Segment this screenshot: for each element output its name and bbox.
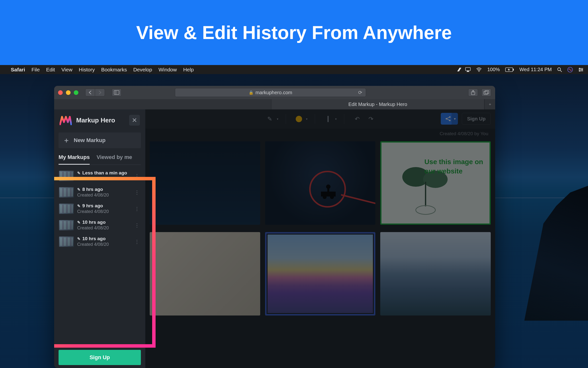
- markup-created: Created 4/08/20: [77, 193, 130, 198]
- chevron-down-icon[interactable]: ▾: [335, 117, 337, 121]
- tool-color-button[interactable]: [293, 113, 305, 125]
- app-sidebar: Markup Hero ✕ ＋ New Markup My Markups Vi…: [54, 109, 145, 368]
- menu-help[interactable]: Help: [183, 67, 194, 73]
- header-signup-button[interactable]: Sign Up: [462, 113, 491, 125]
- markup-hero-menubar-icon[interactable]: ⁄⁄⁄⁄: [458, 66, 460, 73]
- new-markup-button[interactable]: ＋ New Markup: [59, 132, 141, 148]
- new-tab-button[interactable]: ＋: [484, 99, 495, 109]
- tab-edit-markup[interactable]: Edit Markup - Markup Hero: [271, 99, 484, 109]
- markup-hero-app: Markup Hero ✕ ＋ New Markup My Markups Vi…: [54, 109, 495, 368]
- menu-bookmarks[interactable]: Bookmarks: [101, 67, 127, 73]
- markup-created: Created 4/08/20: [77, 176, 130, 181]
- svg-rect-4: [513, 69, 514, 71]
- airplay-icon[interactable]: [465, 67, 471, 72]
- svg-marker-5: [508, 68, 510, 71]
- menu-file[interactable]: File: [31, 67, 40, 73]
- markup-list-item[interactable]: ✎Less than a min ago Created 4/08/20 ⋮: [57, 168, 143, 183]
- pencil-icon: ✎: [77, 237, 80, 241]
- markup-time: 10 hrs ago: [82, 220, 106, 225]
- signup-label: Sign Up: [467, 116, 486, 122]
- markup-time: 8 hrs ago: [82, 187, 103, 192]
- markup-card[interactable]: [150, 232, 260, 315]
- chevron-down-icon[interactable]: ▾: [306, 117, 307, 121]
- nav-back-button[interactable]: [85, 89, 95, 96]
- close-sidebar-button[interactable]: ✕: [129, 115, 140, 126]
- svg-marker-1: [466, 70, 469, 72]
- markup-list-item[interactable]: ✎10 hrs ago Created 4/08/20 ⋮: [57, 234, 143, 249]
- tab-viewed-by-me[interactable]: Viewed by me: [97, 152, 132, 165]
- svg-point-12: [579, 68, 580, 69]
- markup-created: Created 4/08/20: [77, 209, 130, 214]
- document-meta: Created 4/08/20 by You: [440, 131, 488, 136]
- safari-sidebar-button[interactable]: [112, 89, 122, 96]
- show-tabs-button[interactable]: [481, 89, 491, 96]
- share-dropdown-button[interactable]: ▾: [452, 113, 458, 125]
- markup-more-button[interactable]: ⋮: [134, 222, 140, 228]
- url-text: markuphero.com: [256, 90, 292, 95]
- reload-icon[interactable]: ⟳: [358, 90, 362, 95]
- spotlight-icon[interactable]: [557, 67, 562, 72]
- siri-icon[interactable]: [567, 67, 573, 72]
- battery-charging-icon[interactable]: [505, 67, 514, 72]
- share-sheet-button[interactable]: [468, 89, 478, 96]
- svg-point-27: [323, 195, 327, 199]
- markup-thumbnail: [59, 171, 74, 181]
- svg-line-25: [447, 119, 449, 120]
- tool-stroke-button[interactable]: [322, 113, 334, 125]
- battery-percent[interactable]: 100%: [487, 67, 500, 72]
- logo-text: Markup Hero: [76, 117, 115, 124]
- desktop-wallpaper: 🔒 markuphero.com ⟳ Edit Markup - Markup …: [0, 74, 588, 368]
- svg-point-34: [416, 206, 435, 214]
- window-minimize-button[interactable]: [66, 90, 71, 95]
- markup-card[interactable]: Use this image on our website: [380, 141, 491, 225]
- svg-line-24: [447, 117, 449, 118]
- color-swatch-icon: [296, 116, 302, 122]
- nav-forward-button[interactable]: [95, 89, 105, 96]
- markup-card[interactable]: [380, 232, 491, 315]
- svg-point-2: [478, 71, 479, 72]
- menu-view[interactable]: View: [61, 67, 72, 73]
- markup-card[interactable]: [265, 232, 376, 315]
- wifi-icon[interactable]: [476, 67, 482, 72]
- markup-card[interactable]: [150, 141, 260, 225]
- menubar-app-name[interactable]: Safari: [11, 67, 25, 73]
- markup-thumbnail: [59, 187, 74, 197]
- menu-edit[interactable]: Edit: [46, 67, 55, 73]
- undo-button[interactable]: ↶: [352, 113, 363, 125]
- markup-grid: Use this image on our website: [150, 141, 491, 313]
- tab-my-markups[interactable]: My Markups: [59, 152, 90, 165]
- menu-history[interactable]: History: [79, 67, 95, 73]
- editor-canvas: ✎ ▾ ▾ ▾ ↶ ↷: [145, 109, 495, 368]
- window-zoom-button[interactable]: [74, 90, 78, 95]
- menu-window[interactable]: Window: [159, 67, 177, 73]
- chevron-down-icon[interactable]: ▾: [277, 117, 278, 121]
- menu-develop[interactable]: Develop: [133, 67, 152, 73]
- pencil-icon: ✎: [77, 187, 80, 192]
- pencil-icon: ✎: [77, 220, 80, 225]
- redo-button[interactable]: ↷: [365, 113, 377, 125]
- markup-thumbnail: [59, 237, 74, 247]
- markup-more-button[interactable]: ⋮: [134, 206, 140, 212]
- markup-list-item[interactable]: ✎10 hrs ago Created 4/08/20 ⋮: [57, 218, 143, 233]
- markup-thumbnail: [59, 220, 74, 230]
- svg-point-6: [558, 68, 561, 71]
- menubar-clock[interactable]: Wed 11:24 PM: [519, 67, 552, 72]
- sidebar-signup-button[interactable]: Sign Up: [59, 350, 141, 365]
- lock-icon: 🔒: [249, 90, 254, 95]
- svg-point-14: [579, 70, 580, 71]
- markup-more-button[interactable]: ⋮: [134, 173, 140, 179]
- markup-card[interactable]: [265, 141, 376, 225]
- markup-more-button[interactable]: ⋮: [134, 239, 140, 245]
- toolbar-right: ▾ Sign Up: [441, 113, 491, 125]
- control-center-icon[interactable]: [578, 67, 584, 72]
- markup-more-button[interactable]: ⋮: [134, 189, 140, 195]
- annotation-arrow-icon: [341, 194, 375, 222]
- window-close-button[interactable]: [58, 90, 63, 95]
- safari-tabbar: Edit Markup - Markup Hero ＋: [54, 99, 495, 109]
- url-bar[interactable]: 🔒 markuphero.com ⟳: [175, 88, 366, 97]
- markup-list-item[interactable]: ✎9 hrs ago Created 4/08/20 ⋮: [57, 201, 143, 216]
- markup-list-item[interactable]: ✎8 hrs ago Created 4/08/20 ⋮: [57, 185, 143, 200]
- svg-point-28: [330, 195, 334, 199]
- tool-pen-button[interactable]: ✎: [264, 113, 275, 125]
- sidebar-tabs: My Markups Viewed by me: [54, 152, 145, 165]
